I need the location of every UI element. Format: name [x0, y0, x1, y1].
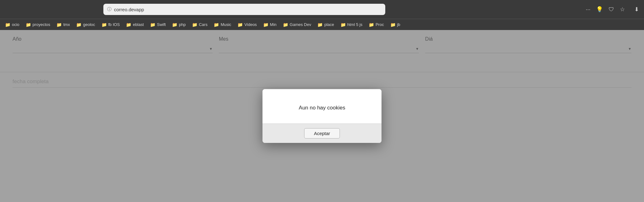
bookmark-label: place: [324, 22, 334, 27]
download-icon[interactable]: ⬇: [634, 6, 639, 13]
bookmark-min[interactable]: 📁 Min: [261, 21, 279, 28]
bookmark-label: Swift: [157, 22, 166, 27]
browser-actions: ··· 💡 🛡 ☆ ⬇: [586, 6, 639, 13]
bookmark-proyectos[interactable]: 📁 proyectos: [23, 21, 53, 28]
folder-icon: 📁: [126, 22, 131, 27]
bookmark-label: eblast: [133, 22, 144, 27]
bookmark-swift[interactable]: 📁 Swift: [148, 21, 168, 28]
bookmark-label: Cars: [199, 22, 207, 27]
folder-icon: 📁: [101, 22, 107, 27]
main-content: Año ▼ Mes ▼ Diá ▼ fecha completa: [0, 30, 644, 202]
bookmarks-bar: 📁 ocio 📁 proyectos 📁 tmx 📁 geoloc 📁 fb I…: [0, 19, 644, 30]
folder-icon: 📁: [26, 22, 31, 27]
bookmark-label: php: [179, 22, 186, 27]
bookmark-label: jb: [397, 22, 400, 27]
folder-icon: 📁: [172, 22, 177, 27]
bookmark-label: fb IOS: [108, 22, 120, 27]
bookmark-fbios[interactable]: 📁 fb IOS: [99, 21, 122, 28]
bookmark-html5js[interactable]: 📁 html 5 js: [338, 21, 365, 28]
bookmark-jb[interactable]: 📁 jb: [388, 21, 403, 28]
bookmark-label: Games Dev: [290, 22, 311, 27]
bookmark-label: Min: [270, 22, 277, 27]
bookmark-label: ocio: [12, 22, 19, 27]
folder-icon: 📁: [369, 22, 374, 27]
modal-overlay: Aun no hay cookies Aceptar: [0, 30, 644, 202]
more-icon[interactable]: ···: [586, 6, 590, 13]
bookmark-eblast[interactable]: 📁 eblast: [123, 21, 146, 28]
bookmark-label: Videos: [244, 22, 257, 27]
info-icon: ⓘ: [107, 7, 112, 12]
folder-icon: 📁: [192, 22, 197, 27]
bookmark-label: proyectos: [33, 22, 50, 27]
address-text: correo.devapp: [114, 7, 144, 12]
modal-message: Aun no hay cookies: [272, 105, 372, 111]
star-icon[interactable]: ☆: [620, 6, 625, 13]
address-bar[interactable]: ⓘ correo.devapp: [103, 4, 385, 15]
bookmark-label: tmx: [63, 22, 70, 27]
folder-icon: 📁: [283, 22, 288, 27]
bookmark-label: html 5 js: [347, 22, 362, 27]
bookmark-tmx[interactable]: 📁 tmx: [54, 21, 72, 28]
bookmark-place[interactable]: 📁 place: [315, 21, 336, 28]
folder-icon: 📁: [56, 22, 62, 27]
folder-icon: 📁: [5, 22, 10, 27]
folder-icon: 📁: [340, 22, 346, 27]
bookmark-geoloc[interactable]: 📁 geoloc: [74, 21, 97, 28]
bookmark-label: geoloc: [83, 22, 95, 27]
browser-chrome: ⓘ correo.devapp ··· 💡 🛡 ☆ ⬇: [0, 0, 644, 19]
folder-icon: 📁: [214, 22, 219, 27]
folder-icon: 📁: [150, 22, 155, 27]
bookmark-videos[interactable]: 📁 Videos: [235, 21, 259, 28]
bookmark-music[interactable]: 📁 Music: [211, 21, 234, 28]
bookmark-label: Proc: [376, 22, 384, 27]
aceptar-button[interactable]: Aceptar: [304, 128, 340, 139]
modal-dialog: Aun no hay cookies Aceptar: [262, 89, 382, 143]
bookmark-cars[interactable]: 📁 Cars: [190, 21, 210, 28]
shield-icon[interactable]: 🛡: [609, 6, 614, 13]
bookmark-label: Music: [221, 22, 231, 27]
modal-body: Aun no hay cookies: [262, 89, 382, 124]
bookmark-ocio[interactable]: 📁 ocio: [3, 21, 22, 28]
modal-footer: Aceptar: [262, 124, 382, 143]
folder-icon: 📁: [390, 22, 396, 27]
bookmark-gamesdev[interactable]: 📁 Games Dev: [280, 21, 314, 28]
bookmark-php[interactable]: 📁 php: [169, 21, 188, 28]
folder-icon: 📁: [76, 22, 81, 27]
bookmark-proc[interactable]: 📁 Proc: [366, 21, 387, 28]
lightbulb-icon[interactable]: 💡: [596, 6, 603, 13]
folder-icon: 📁: [263, 22, 268, 27]
folder-icon: 📁: [237, 22, 243, 27]
folder-icon: 📁: [317, 22, 323, 27]
